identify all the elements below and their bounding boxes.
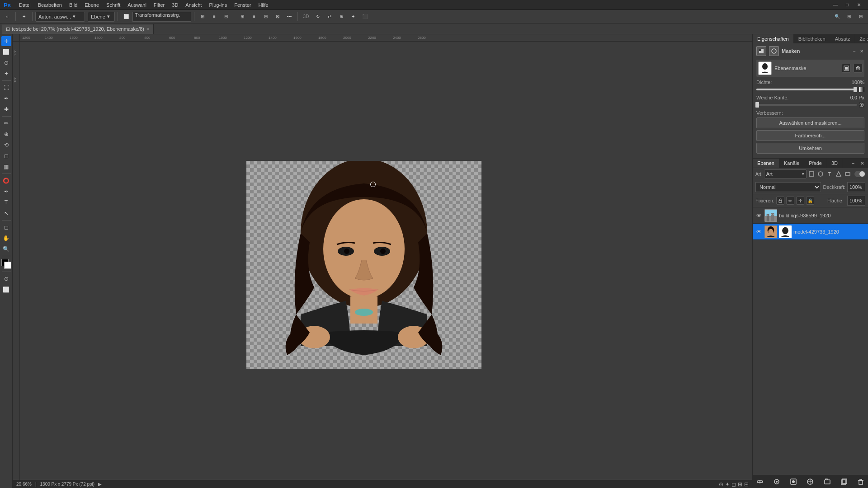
tab-bibliotheken[interactable]: Bibliotheken [794, 34, 830, 43]
gradient-tool[interactable]: ▥ [1, 162, 11, 172]
layer-mask-add-btn[interactable] [789, 477, 798, 486]
lasso-tool[interactable]: ⊙ [1, 58, 11, 68]
minimize-btn[interactable]: — [830, 0, 841, 10]
tab-3d[interactable]: 3D [827, 159, 843, 168]
lock-position-btn[interactable]: ✛ [796, 197, 804, 205]
screen-mode-btn[interactable]: ⬜ [1, 285, 11, 295]
crop-tool[interactable]: ⛶ [1, 83, 11, 93]
eraser-tool[interactable]: ◻ [1, 151, 11, 161]
feather-slider[interactable] [756, 104, 857, 106]
flip-btn[interactable]: ⇄ [324, 11, 335, 22]
warp-btn[interactable]: ⊕ [336, 11, 347, 22]
zoom-tool[interactable]: 🔍 [1, 244, 11, 254]
statusbar-icon-2[interactable]: ✦ [725, 481, 730, 488]
brush-tool[interactable]: ✏ [1, 118, 11, 128]
statusbar-icon-4[interactable]: ⊞ [738, 481, 742, 488]
menu-fenster[interactable]: Fenster [231, 0, 255, 10]
path-select-tool[interactable]: ↖ [1, 208, 11, 218]
layer-item-model[interactable]: 👁 [753, 224, 868, 240]
filter-shape-btn[interactable] [835, 170, 843, 178]
pixel-mask-btn[interactable] [756, 46, 766, 56]
statusbar-icon-5[interactable]: ⊟ [744, 481, 749, 488]
select-mask-btn[interactable]: Auswählen und maskieren... [756, 117, 864, 128]
search-btn[interactable]: 🔍 [832, 11, 843, 22]
menu-bild[interactable]: Bild [66, 0, 81, 10]
dodge-tool[interactable]: ⭕ [1, 176, 11, 186]
workspace-btn[interactable]: ⊞ [844, 11, 854, 22]
filter-pixel-btn[interactable] [807, 170, 816, 178]
more-options-btn[interactable]: ••• [284, 11, 295, 22]
text-tool[interactable]: T [1, 197, 11, 207]
mask-collapse-btn[interactable]: − [852, 48, 857, 54]
filter-type-btn[interactable]: T [826, 170, 834, 178]
color-range-btn[interactable]: Farbbereich... [756, 130, 864, 141]
puppet-btn[interactable]: ✦ [348, 11, 359, 22]
filter-smart-btn[interactable] [844, 170, 852, 178]
tab-eigenschaften[interactable]: Eigenschaften [753, 34, 794, 43]
lock-all-btn[interactable]: 🔒 [806, 197, 814, 205]
fill-input[interactable] [847, 196, 865, 206]
eyedropper-tool[interactable]: ✒ [1, 94, 11, 103]
document-tab[interactable]: ⊞ test.psdc bei 20,7% (model-429733_1920… [2, 24, 154, 34]
tab-ebenen[interactable]: Ebenen [753, 159, 779, 168]
lock-image-btn[interactable]: ✏ [786, 197, 794, 205]
menu-ansicht[interactable]: Ansicht [182, 0, 205, 10]
layer-style-btn[interactable] [772, 477, 781, 486]
tab-zeichen[interactable]: Zeichen [855, 34, 868, 43]
quick-mask-btn[interactable]: ⊙ [1, 274, 11, 284]
vector-mask-btn[interactable] [769, 46, 779, 56]
menu-schrift[interactable]: Schrift [103, 0, 124, 10]
heal-tool[interactable]: ✚ [1, 104, 11, 114]
3d-btn[interactable]: 3D [301, 11, 311, 22]
layer-link-btn[interactable] [755, 477, 764, 486]
hand-tool[interactable]: ✋ [1, 233, 11, 243]
opacity-input[interactable] [847, 182, 865, 192]
layer-new-btn[interactable] [840, 477, 849, 486]
align-left-btn[interactable]: ⊞ [197, 11, 208, 22]
tab-absatz[interactable]: Absatz [830, 34, 855, 43]
align-right-btn[interactable]: ⊟ [221, 11, 231, 22]
layer-delete-btn[interactable] [856, 477, 865, 486]
menu-auswahl[interactable]: Auswahl [124, 0, 150, 10]
blend-mode-select[interactable]: Normal [755, 182, 821, 192]
mask-close-btn[interactable]: ✕ [859, 48, 864, 54]
canvas-viewport[interactable] [20, 42, 752, 488]
statusbar-icon-1[interactable]: ⊙ [719, 481, 723, 488]
tab-pfade[interactable]: Pfade [804, 159, 827, 168]
foreground-color[interactable] [1, 259, 11, 269]
rotate-btn[interactable]: ↻ [312, 11, 323, 22]
clone-tool[interactable]: ⊕ [1, 129, 11, 139]
ebene-dropdown[interactable]: Ebene ▾ [88, 12, 115, 22]
layer-group-btn[interactable] [823, 477, 832, 486]
filter-toggle[interactable] [854, 171, 865, 177]
history-tool[interactable]: ⟲ [1, 140, 11, 150]
align-center-h-btn[interactable]: ≡ [209, 11, 220, 22]
maximize-btn[interactable]: □ [842, 0, 853, 10]
close-btn[interactable]: ✕ [854, 0, 864, 10]
statusbar-icon-3[interactable]: ◻ [731, 481, 736, 488]
layers-panel-min-btn[interactable]: − [849, 159, 857, 167]
lock-transparent-btn[interactable] [776, 197, 784, 205]
filter-adj-btn[interactable] [816, 170, 825, 178]
arrange-btn[interactable]: ⬛ [359, 11, 370, 22]
menu-plugins[interactable]: Plug-ins [205, 0, 231, 10]
mask-option-btn-2[interactable] [854, 64, 863, 73]
menu-hilfe[interactable]: Hilfe [255, 0, 272, 10]
align-center-v-btn[interactable]: ≡ [249, 11, 259, 22]
mask-option-btn-1[interactable] [842, 64, 851, 73]
menu-filter[interactable]: Filter [150, 0, 168, 10]
invert-btn[interactable]: Umkehren [756, 143, 864, 154]
move-tool[interactable]: ✛ [1, 36, 11, 46]
layers-panel-close-btn[interactable]: ✕ [858, 159, 866, 167]
density-slider[interactable] [756, 89, 857, 90]
layer-adj-btn[interactable] [806, 477, 815, 486]
tab-close-btn[interactable]: × [147, 27, 150, 32]
layer-vis-buildings[interactable]: 👁 [755, 212, 763, 219]
menu-bearbeiten[interactable]: Bearbeiten [34, 0, 66, 10]
layer-vis-model[interactable]: 👁 [755, 228, 763, 235]
pen-tool[interactable]: ✒ [1, 187, 11, 197]
auto-select-dropdown[interactable]: Auton. auswi... ▾ [35, 12, 85, 22]
menu-3d[interactable]: 3D [168, 0, 182, 10]
selection-tool[interactable]: ⬜ [1, 47, 11, 57]
arrange-windows-btn[interactable]: ⊟ [855, 11, 866, 22]
